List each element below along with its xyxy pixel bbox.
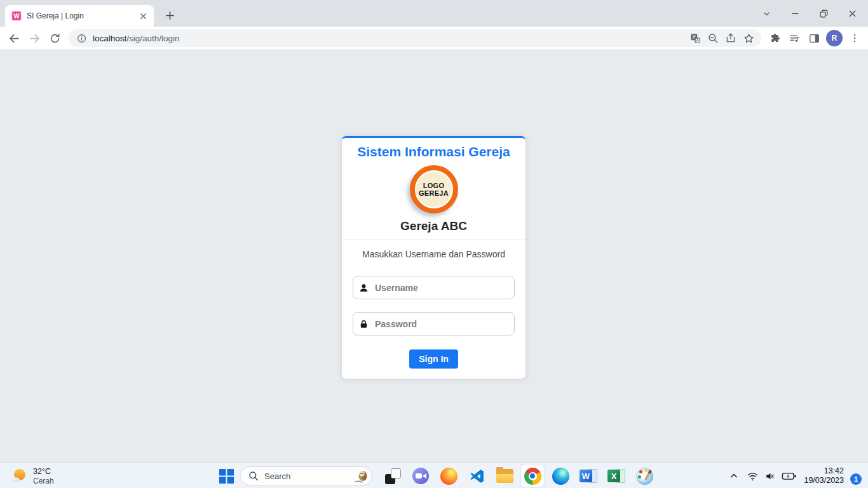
- side-panel-icon[interactable]: [804, 29, 824, 48]
- screen: W SI Gereja | Login: [0, 0, 868, 488]
- task-view-button[interactable]: [379, 463, 407, 488]
- logo-text-line2: GEREJA: [419, 189, 449, 198]
- weather-widget[interactable]: 32°C Cerah: [5, 463, 59, 488]
- logo-text-line1: LOGO: [423, 182, 445, 190]
- word-app-button[interactable]: W: [574, 463, 602, 488]
- search-icon: [248, 471, 259, 481]
- zoom-out-icon[interactable]: [704, 30, 722, 46]
- share-icon[interactable]: [722, 30, 740, 46]
- firefox-icon: [440, 468, 458, 485]
- tray-chevron-up-icon[interactable]: [724, 463, 743, 488]
- back-button[interactable]: [4, 28, 24, 48]
- paint-app-button[interactable]: [630, 463, 658, 488]
- wifi-icon[interactable]: [743, 463, 761, 488]
- clock-time: 13:42: [824, 466, 844, 476]
- excel-app-button[interactable]: X: [602, 463, 630, 488]
- address-bar[interactable]: localhost/sig/auth/login: [69, 29, 761, 47]
- taskbar-clock[interactable]: 13:42 19/03/2023: [804, 463, 844, 488]
- login-instruction: Masukkan Username dan Password: [353, 249, 515, 259]
- file-explorer-button[interactable]: [491, 463, 519, 488]
- tab-close-icon[interactable]: [137, 10, 149, 22]
- excel-icon: X: [607, 468, 625, 484]
- password-input[interactable]: [353, 312, 515, 336]
- username-field-wrapper: [353, 276, 515, 299]
- taskbar: 32°C Cerah Search: [0, 463, 868, 488]
- page-title: Sistem Informasi Gereja: [351, 144, 517, 160]
- window-controls: [752, 3, 867, 24]
- bookmark-star-icon[interactable]: [740, 30, 757, 46]
- vscode-icon: [469, 468, 485, 484]
- media-controls-icon[interactable]: [785, 29, 804, 48]
- start-button[interactable]: [214, 463, 239, 488]
- paint-icon: [636, 468, 653, 485]
- username-input[interactable]: [353, 276, 515, 299]
- wampserver-favicon: W: [11, 11, 22, 21]
- lock-icon: [359, 319, 369, 329]
- login-card-header: Sistem Informasi Gereja LOGO GEREJA Gere…: [342, 138, 526, 240]
- browser-tab[interactable]: W SI Gereja | Login: [5, 5, 154, 27]
- word-icon: W: [580, 468, 597, 484]
- search-highlight-owl-icon[interactable]: [354, 469, 369, 483]
- system-tray: [724, 463, 799, 488]
- chat-app-button[interactable]: [407, 463, 435, 488]
- chat-video-icon: [412, 468, 429, 484]
- volume-icon[interactable]: [761, 463, 779, 488]
- page-content: Sistem Informasi Gereja LOGO GEREJA Gere…: [0, 50, 868, 462]
- extensions-puzzle-icon[interactable]: [765, 29, 785, 48]
- tab-title: SI Gereja | Login: [27, 11, 137, 20]
- minimize-button[interactable]: [781, 3, 810, 24]
- edge-icon: [552, 468, 569, 485]
- tab-search-chevron-icon[interactable]: [752, 3, 781, 24]
- new-tab-button[interactable]: [161, 7, 178, 24]
- windows-logo-icon: [219, 468, 234, 484]
- restore-button[interactable]: [810, 3, 838, 24]
- church-logo: LOGO GEREJA: [410, 165, 458, 214]
- forward-button[interactable]: [24, 28, 44, 48]
- weather-temperature: 32°C: [33, 467, 54, 477]
- sun-cloud-icon: [10, 467, 28, 485]
- menu-kebab-icon[interactable]: [844, 29, 864, 48]
- clock-date: 19/03/2023: [804, 476, 844, 485]
- translate-icon[interactable]: [686, 30, 704, 46]
- browser-titlebar: W SI Gereja | Login: [0, 0, 868, 27]
- login-card: Sistem Informasi Gereja LOGO GEREJA Gere…: [342, 136, 526, 379]
- taskbar-search[interactable]: Search: [240, 466, 372, 485]
- weather-condition: Cerah: [33, 477, 54, 485]
- login-form: Masukkan Username dan Password Sign In: [342, 240, 526, 379]
- chrome-app-button[interactable]: [519, 463, 546, 488]
- profile-avatar[interactable]: R: [826, 30, 843, 46]
- site-info-icon[interactable]: [76, 33, 87, 44]
- password-field-wrapper: [353, 312, 515, 336]
- task-view-icon: [385, 468, 401, 484]
- browser-toolbar: localhost/sig/auth/login R: [0, 27, 868, 50]
- url-text: localhost/sig/auth/login: [93, 34, 686, 43]
- battery-icon[interactable]: [779, 463, 799, 488]
- file-explorer-icon: [496, 469, 513, 483]
- chrome-icon: [524, 468, 541, 485]
- edge-app-button[interactable]: [546, 463, 574, 488]
- refresh-button[interactable]: [44, 28, 65, 48]
- close-button[interactable]: [838, 3, 867, 24]
- search-placeholder: Search: [264, 471, 354, 481]
- sign-in-button[interactable]: Sign In: [409, 349, 458, 369]
- church-name: Gereja ABC: [351, 219, 517, 233]
- notification-badge[interactable]: 1: [850, 473, 862, 485]
- taskbar-apps: W X: [379, 463, 658, 488]
- firefox-app-button[interactable]: [435, 463, 463, 488]
- user-icon: [359, 283, 369, 292]
- vscode-app-button[interactable]: [463, 463, 491, 488]
